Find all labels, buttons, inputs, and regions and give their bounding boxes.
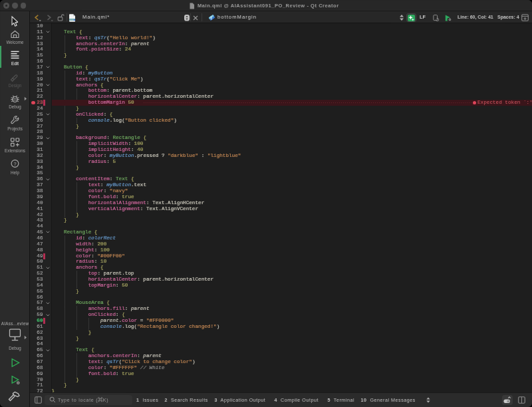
svg-text:?: ? bbox=[13, 161, 16, 167]
